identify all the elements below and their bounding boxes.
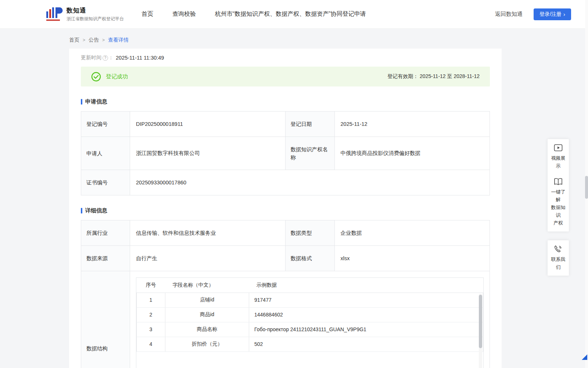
breadcrumb: 首页 > 公告 > 查看详情: [0, 29, 588, 43]
logo-icon: [46, 7, 63, 22]
breadcrumb-current: 查看详情: [108, 37, 129, 43]
login-register-button[interactable]: 登录/注册 ›: [534, 8, 571, 20]
cell-index: 3: [137, 322, 165, 337]
section-title-text: 申请信息: [85, 98, 107, 105]
cell-field-name: 商品id: [165, 307, 249, 322]
breadcrumb-home[interactable]: 首页: [69, 37, 79, 43]
phone-icon: [554, 245, 563, 253]
video-display-label: 视频展示: [549, 154, 567, 170]
validity-value: 2025-11-12 至 2028-11-12: [420, 73, 480, 79]
detail-info-table: 所属行业 信息传输、软件和信息技术服务业 数据类型 企业数据 数据来源 自行产生…: [81, 220, 490, 368]
scroll-corner-badge: [582, 354, 587, 360]
header: 数知通 浙江省数据知识产权登记平台 首页 查询校验 杭州市“数据知识产权、数据产…: [0, 0, 588, 29]
contact-us-button[interactable]: 联系我们: [549, 245, 567, 271]
detail-card: 更新时间 ? ： 2025-11-11 11:30:49 登记成功 登记有效期：…: [69, 49, 502, 368]
cell-sample-data: 502: [249, 337, 483, 351]
table-row: 证书编号 20250933000017860: [81, 170, 490, 195]
logo-title: 数知通: [67, 6, 124, 15]
table-row: 数据结构 序号 字段名称（中文） 示例数据 1 店铺id 917477: [81, 271, 490, 368]
success-check-icon: [91, 72, 101, 82]
field-label: 数据结构: [81, 271, 130, 368]
nav-home[interactable]: 首页: [141, 10, 153, 18]
status-banner: 登记成功 登记有效期： 2025-11-12 至 2028-11-12: [81, 67, 490, 86]
cell-index: 2: [137, 307, 165, 322]
section-title-apply-info: 申请信息: [81, 98, 490, 105]
table-row: 登记编号 DIP2025000018911 登记日期 2025-11-12: [81, 112, 490, 137]
section-bar-icon: [81, 99, 82, 105]
status-text: 登记成功: [106, 73, 128, 80]
help-icon[interactable]: ?: [103, 55, 108, 61]
field-value: 企业数据: [334, 220, 490, 246]
cell-sample-data: 1446884602: [249, 307, 483, 322]
table-row: 2 商品id 1446884602: [137, 307, 483, 322]
data-structure-table: 序号 字段名称（中文） 示例数据 1 店铺id 917477 2 商品id: [136, 278, 483, 352]
apply-info-table: 登记编号 DIP2025000018911 登记日期 2025-11-12 申请…: [81, 111, 490, 195]
table-row: 所属行业 信息传输、软件和信息技术服务业 数据类型 企业数据: [81, 220, 490, 246]
field-label: 登记日期: [285, 112, 334, 137]
main-nav: 首页 查询校验 杭州市“数据知识产权、数据产权、数据资产”协同登记申请: [141, 10, 366, 18]
column-header: 序号: [137, 278, 165, 293]
header-right: 返回数知通 登录/注册 ›: [495, 8, 571, 20]
field-value: xlsx: [334, 246, 490, 271]
one-click-guide-button[interactable]: 一键了解 数据知识 产权: [549, 178, 567, 227]
video-icon: [554, 144, 563, 152]
cell-field-name: 商品名称: [165, 322, 249, 337]
video-display-button[interactable]: 视频展示: [549, 144, 567, 170]
table-header-row: 序号 字段名称（中文） 示例数据: [137, 278, 483, 293]
field-label: 数据类型: [285, 220, 334, 246]
update-time-value: 2025-11-11 11:30:49: [116, 55, 164, 61]
field-value: 信息传输、软件和信息技术服务业: [130, 220, 286, 246]
cell-field-name: 折扣价（元）: [165, 337, 249, 351]
field-label: 登记编号: [81, 112, 130, 137]
section-title-text: 详细信息: [85, 207, 107, 214]
field-label: 数据来源: [81, 246, 130, 271]
logo-subtitle: 浙江省数据知识产权登记平台: [67, 16, 124, 22]
field-value: 自行产生: [130, 246, 286, 271]
nav-hangzhou-joint-registration[interactable]: 杭州市“数据知识产权、数据产权、数据资产”协同登记申请: [215, 10, 366, 18]
breadcrumb-separator: >: [102, 38, 105, 43]
table-row: 4 折扣价（元） 502: [137, 337, 483, 351]
one-click-guide-label: 一键了解 数据知识 产权: [549, 188, 567, 227]
update-time-label: 更新时间: [81, 54, 101, 61]
floating-side-panel: 视频展示 一键了解 数据知识 产权: [548, 139, 569, 276]
breadcrumb-announcements[interactable]: 公告: [89, 37, 99, 43]
table-row: 数据来源 自行产生 数据格式 xlsx: [81, 246, 490, 271]
section-bar-icon: [81, 208, 82, 213]
back-to-portal-link[interactable]: 返回数知通: [495, 11, 523, 18]
field-label: 所属行业: [81, 220, 130, 246]
field-label: 数据知识产权名称: [285, 137, 334, 170]
float-box-top: 视频展示 一键了解 数据知识 产权: [548, 139, 569, 231]
page-scrollbar-thumb[interactable]: [585, 176, 588, 199]
cell-sample-data: Гобо-проектор 2411210243111_GUAN_V9P9G1: [249, 322, 483, 337]
page-scrollbar: [585, 0, 588, 368]
field-value: DIP2025000018911: [130, 112, 286, 137]
table-row: 3 商品名称 Гобо-проектор 2411210243111_GUAN_…: [137, 322, 483, 337]
chevron-right-icon: ›: [563, 11, 565, 17]
update-time-row: 更新时间 ? ： 2025-11-11 11:30:49: [81, 54, 490, 61]
column-header: 示例数据: [249, 278, 483, 293]
validity-label: 登记有效期：: [387, 73, 418, 79]
contact-us-label: 联系我们: [549, 255, 567, 271]
float-box-bottom: 联系我们: [548, 240, 569, 276]
field-label: 数据格式: [285, 246, 334, 271]
inner-scrollbar-thumb[interactable]: [479, 295, 482, 348]
logo[interactable]: 数知通 浙江省数据知识产权登记平台: [46, 6, 124, 22]
field-value: 浙江国贸数字科技有限公司: [130, 137, 286, 170]
breadcrumb-separator: >: [83, 38, 85, 43]
field-value: 2025-11-12: [334, 112, 490, 137]
field-value: 20250933000017860: [130, 170, 490, 195]
table-row: 1 店铺id 917477: [137, 293, 483, 307]
data-structure-table-container: 序号 字段名称（中文） 示例数据 1 店铺id 917477 2 商品id: [136, 277, 484, 368]
nav-query-verify[interactable]: 查询校验: [172, 10, 196, 18]
validity-period: 登记有效期： 2025-11-12 至 2028-11-12: [387, 73, 480, 80]
field-value: 中俄跨境商品投影仪消费偏好数据: [334, 137, 490, 170]
cell-sample-data: 917477: [249, 293, 483, 307]
cell-field-name: 店铺id: [165, 293, 249, 307]
field-label: 证书编号: [81, 170, 130, 195]
cell-index: 1: [137, 293, 165, 307]
cell-index: 4: [137, 337, 165, 351]
field-label: 申请人: [81, 137, 130, 170]
update-time-colon: ：: [108, 54, 114, 61]
table-row: 申请人 浙江国贸数字科技有限公司 数据知识产权名称 中俄跨境商品投影仪消费偏好数…: [81, 137, 490, 170]
book-icon: [554, 178, 563, 186]
